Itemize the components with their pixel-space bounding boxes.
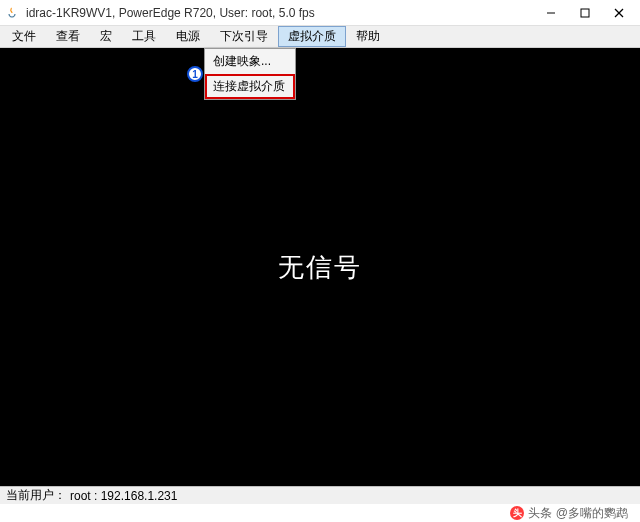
dropdown-create-image[interactable]: 创建映象... [205,49,295,74]
menu-virtual-media[interactable]: 虚拟介质 [278,26,346,47]
menu-macro[interactable]: 宏 [90,26,122,47]
watermark: 头 头条 @多嘴的鹦鹉 [0,504,640,522]
menu-help[interactable]: 帮助 [346,26,390,47]
minimize-button[interactable] [534,2,568,24]
svg-rect-1 [581,9,589,17]
watermark-logo-icon: 头 [510,506,524,520]
statusbar: 当前用户： root : 192.168.1.231 [0,486,640,504]
dropdown-connect-virtual-media[interactable]: 连接虚拟介质 [205,74,295,99]
watermark-text: 头条 @多嘴的鹦鹉 [528,505,628,522]
titlebar: idrac-1KR9WV1, PowerEdge R720, User: roo… [0,0,640,26]
close-button[interactable] [602,2,636,24]
menubar: 文件 查看 宏 工具 电源 下次引导 虚拟介质 帮助 [0,26,640,48]
menu-file[interactable]: 文件 [2,26,46,47]
menu-next-boot[interactable]: 下次引导 [210,26,278,47]
no-signal-text: 无信号 [278,250,362,285]
java-icon [4,5,20,21]
window-title: idrac-1KR9WV1, PowerEdge R720, User: roo… [26,6,534,20]
status-value: root : 192.168.1.231 [70,489,177,503]
menu-tools[interactable]: 工具 [122,26,166,47]
menu-power[interactable]: 电源 [166,26,210,47]
virtual-media-dropdown: 创建映象... 连接虚拟介质 [204,48,296,100]
maximize-button[interactable] [568,2,602,24]
console-viewport[interactable]: 无信号 [0,48,640,486]
window-controls [534,2,636,24]
callout-badge: 1 [187,66,203,82]
menu-view[interactable]: 查看 [46,26,90,47]
status-label: 当前用户： [6,487,66,504]
